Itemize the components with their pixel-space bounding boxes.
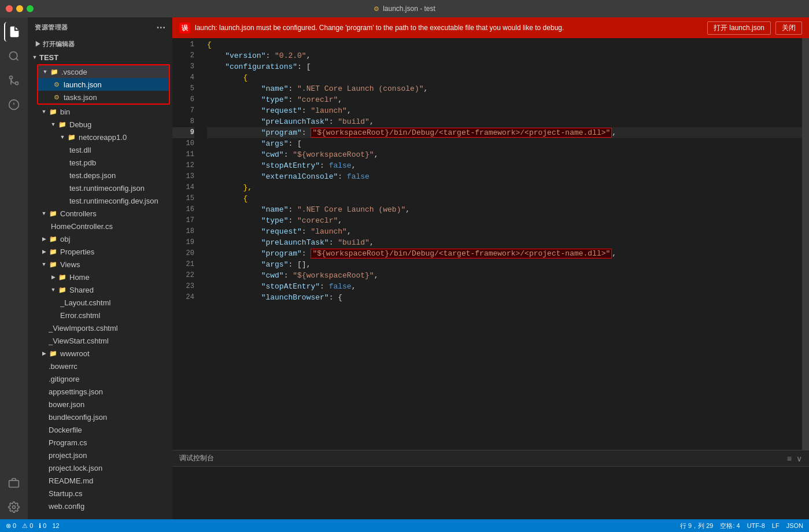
status-indent[interactable]: 空格: 4	[720, 522, 740, 530]
tree-item-layout[interactable]: _Layout.cshtml	[28, 296, 172, 309]
activity-search-icon[interactable]	[4, 46, 24, 66]
tree-item-testdepsjson[interactable]: test.deps.json	[28, 169, 172, 182]
maximize-dot[interactable]	[27, 5, 34, 12]
status-cursor-position[interactable]: 行 9，列 29	[680, 522, 713, 530]
folder-icon-netcoreapp: 📁	[67, 132, 76, 142]
tree-root-test[interactable]: TEST	[28, 51, 172, 64]
tree-label-gitignore: .gitignore	[49, 375, 79, 383]
tree-label-readmemd: README.md	[49, 476, 93, 485]
tree-item-views[interactable]: 📁 Views	[28, 258, 172, 271]
tree-item-startupcs[interactable]: Startup.cs	[28, 487, 172, 500]
status-warning-count[interactable]: ⚠ 0	[22, 522, 33, 530]
tree-item-programcs[interactable]: Program.cs	[28, 436, 172, 449]
tree-item-homecontroller[interactable]: HomeController.cs	[28, 220, 172, 232]
tree-item-testruntimeconfigdevjson[interactable]: test.runtimeconfig.dev.json	[28, 194, 172, 207]
open-editors-label: ▶ 打开编辑器	[35, 40, 75, 49]
tree-item-error[interactable]: Error.cshtml	[28, 309, 172, 322]
tree-item-bundleconfigjson[interactable]: bundleconfig.json	[28, 411, 172, 423]
status-message-count[interactable]: 12	[52, 522, 59, 529]
tree-label-tasks: tasks.json	[64, 93, 97, 102]
code-line-18: "request": "launch",	[207, 226, 802, 237]
activity-files-icon[interactable]	[4, 22, 24, 42]
tree-item-bowerjson[interactable]: bower.json	[28, 398, 172, 411]
tree-item-wwwroot[interactable]: 📁 wwwroot	[28, 347, 172, 360]
status-line-ending[interactable]: LF	[772, 522, 780, 529]
code-line-7: "request": "launch",	[207, 105, 802, 116]
tree-item-shared[interactable]: 📁 Shared	[28, 283, 172, 296]
tree-item-home[interactable]: 📁 Home	[28, 271, 172, 283]
window-controls[interactable]	[6, 5, 34, 12]
code-line-17: "type": "coreclr",	[207, 215, 802, 226]
activity-extensions-icon[interactable]	[4, 473, 24, 493]
tree-arrow-test	[30, 53, 39, 62]
activity-debug-icon[interactable]	[4, 95, 24, 114]
tree-label-webconfig: web.config	[49, 502, 84, 511]
tree-item-properties[interactable]: 📁 Properties	[28, 245, 172, 258]
tree-item-webconfig[interactable]: web.config	[28, 500, 172, 512]
activity-bar	[0, 17, 28, 519]
tree-item-launch[interactable]: ⚙ launch.json	[38, 78, 169, 91]
tree-item-readmemd[interactable]: README.md	[28, 474, 172, 487]
activity-settings-icon[interactable]	[4, 497, 24, 517]
folder-icon-shared: 📁	[58, 285, 67, 294]
activity-git-icon[interactable]	[4, 71, 24, 90]
code-content[interactable]: { "version": "0.2.0", "configurations": …	[201, 38, 802, 450]
sidebar-tree: TEST 📁 .vscode ⚙ launch.json ⚙ tasks.jso…	[28, 51, 172, 519]
code-line-5: "name": ".NET Core Launch (console)",	[207, 83, 802, 94]
tree-label-shared: Shared	[69, 286, 94, 294]
folder-icon-obj: 📁	[49, 234, 58, 243]
folder-icon-views: 📁	[49, 260, 58, 269]
tree-label-projectjson: project.json	[49, 451, 87, 460]
svg-line-1	[16, 58, 19, 61]
tree-label-layout: _Layout.cshtml	[60, 298, 110, 307]
svg-point-3	[10, 76, 13, 79]
editor-scrollbar[interactable]	[802, 38, 809, 450]
open-editors-section[interactable]: ▶ 打开编辑器	[28, 38, 172, 51]
tree-arrow-home	[49, 272, 58, 282]
tree-item-netcoreapp[interactable]: 📁 netcoreapp1.0	[28, 131, 172, 143]
tree-label-bin: bin	[60, 108, 70, 116]
status-language[interactable]: JSON	[786, 522, 803, 529]
tree-label-vscode: .vscode	[61, 68, 87, 76]
tree-item-projectlockjson[interactable]: project.lock.json	[28, 461, 172, 474]
tree-item-obj[interactable]: 📁 obj	[28, 232, 172, 245]
tree-item-gitignore[interactable]: .gitignore	[28, 372, 172, 385]
tree-item-viewstart[interactable]: _ViewStart.cshtml	[28, 334, 172, 347]
tree-arrow-properties	[39, 247, 49, 256]
tree-item-testruntimeconfigjson[interactable]: test.runtimeconfig.json	[28, 182, 172, 194]
sidebar-header[interactable]: 资源管理器 ⋯	[28, 17, 172, 38]
minimize-dot[interactable]	[16, 5, 23, 12]
close-dot[interactable]	[6, 5, 13, 12]
tree-item-tasks[interactable]: ⚙ tasks.json	[38, 91, 169, 104]
debug-console-title: 调试控制台	[179, 453, 214, 463]
tree-item-bin[interactable]: 📁 bin	[28, 105, 172, 118]
folder-icon-home: 📁	[58, 272, 67, 282]
tree-item-testdll[interactable]: test.dll	[28, 143, 172, 156]
folder-icon-properties: 📁	[49, 247, 58, 256]
status-error-count[interactable]: ⊗ 0	[6, 522, 16, 530]
tree-item-bowerrc[interactable]: .bowerrc	[28, 360, 172, 372]
filter-icon[interactable]: ≡	[787, 454, 792, 463]
status-info-count[interactable]: ℹ 0	[39, 522, 46, 530]
tree-item-controllers[interactable]: 📁 Controllers	[28, 207, 172, 220]
debug-console: 调试控制台 ≡ ∨	[172, 450, 809, 519]
tree-item-vscode[interactable]: 📁 .vscode	[38, 65, 169, 78]
tree-label-viewimports: _ViewImports.cshtml	[49, 324, 118, 332]
tree-item-dockerfile[interactable]: Dockerfile	[28, 423, 172, 436]
tree-label-projectlockjson: project.lock.json	[49, 464, 102, 472]
close-error-button[interactable]: 关闭	[775, 21, 802, 35]
expand-more[interactable]: ›	[28, 512, 172, 519]
status-encoding[interactable]: UTF-8	[747, 522, 765, 529]
code-line-6: "type": "coreclr",	[207, 94, 802, 105]
warning-icon: ⚠	[22, 522, 28, 530]
tree-item-viewimports[interactable]: _ViewImports.cshtml	[28, 322, 172, 334]
open-launch-json-button[interactable]: 打开 launch.json	[707, 21, 771, 35]
folder-icon-controllers: 📁	[49, 209, 58, 218]
tree-item-testpdb[interactable]: test.pdb	[28, 156, 172, 169]
tree-item-appsettingsjson[interactable]: appsettings.json	[28, 385, 172, 398]
code-line-21: "args": [],	[207, 259, 802, 270]
tree-label-home: Home	[69, 273, 90, 282]
chevron-down-icon[interactable]: ∨	[796, 454, 802, 463]
tree-item-debug[interactable]: 📁 Debug	[28, 118, 172, 131]
tree-item-projectjson[interactable]: project.json	[28, 449, 172, 461]
